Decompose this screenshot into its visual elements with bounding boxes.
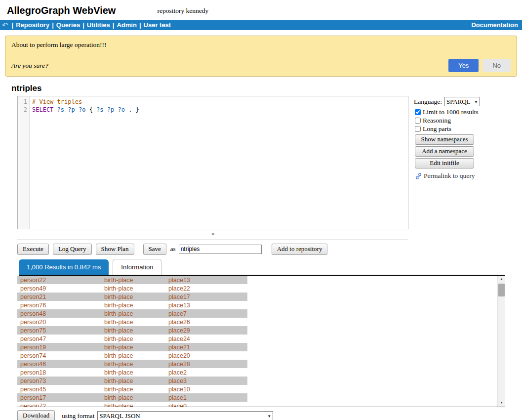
table-cell[interactable]: birth-place	[101, 402, 165, 407]
table-cell[interactable]: person22	[17, 276, 101, 284]
table-cell[interactable]: person20	[17, 318, 101, 326]
checkbox-reasoning[interactable]	[415, 118, 421, 124]
table-cell[interactable]: place20	[165, 351, 247, 360]
table-cell[interactable]: place13	[165, 301, 247, 309]
table-cell[interactable]: birth-place	[101, 351, 165, 360]
table-cell[interactable]: person46	[17, 360, 101, 368]
execute-button[interactable]: Execute	[17, 244, 49, 255]
log-query-button[interactable]: Log Query	[53, 244, 92, 255]
table-cell[interactable]: place3	[165, 377, 247, 385]
table-cell[interactable]: place28	[165, 360, 247, 368]
option-reasoning[interactable]: Reasoning	[414, 116, 495, 125]
table-cell[interactable]: birth-place	[101, 309, 165, 318]
checkbox-limit-to-1000-results[interactable]	[415, 109, 421, 115]
table-cell[interactable]: person21	[17, 293, 101, 301]
table-cell[interactable]: birth-place	[101, 293, 165, 301]
table-cell[interactable]: birth-place	[101, 284, 165, 293]
table-cell[interactable]: birth-place	[101, 377, 165, 385]
nav-item-user-test[interactable]: User test	[144, 21, 171, 29]
code-line[interactable]: SELECT ?s ?p ?o { ?s ?p ?o . }	[32, 106, 408, 114]
save-name-input[interactable]	[179, 245, 262, 254]
checkbox-label: Reasoning	[423, 117, 451, 125]
table-cell[interactable]: birth-place	[101, 393, 165, 402]
table-cell[interactable]: person19	[17, 343, 101, 351]
language-row: Language: SPARQL ▼	[414, 97, 495, 106]
table-cell[interactable]: place26	[165, 318, 247, 326]
checkbox-long-parts[interactable]	[415, 126, 421, 132]
table-cell[interactable]: person45	[17, 385, 101, 393]
table-cell[interactable]: place7	[165, 309, 247, 318]
table-cell[interactable]: person17	[17, 393, 101, 402]
table-cell[interactable]: place1	[165, 393, 247, 402]
nav-separator: |	[12, 21, 14, 29]
tab-results[interactable]: 1,000 Results in 0.842 ms	[19, 259, 109, 275]
table-cell[interactable]: person18	[17, 368, 101, 377]
table-cell[interactable]: place0	[165, 402, 247, 407]
banner-buttons: Yes No	[448, 59, 511, 72]
option-long-parts[interactable]: Long parts	[414, 125, 495, 133]
table-cell[interactable]: birth-place	[101, 368, 165, 377]
table-cell[interactable]: place22	[165, 284, 247, 293]
table-cell[interactable]: place10	[165, 385, 247, 393]
table-cell[interactable]: birth-place	[101, 276, 165, 284]
table-cell[interactable]: birth-place	[101, 343, 165, 351]
download-button[interactable]: Download	[17, 410, 55, 420]
permalink-link[interactable]: Permalink to query	[415, 172, 495, 180]
scroll-down-icon[interactable]: ▼	[498, 399, 505, 407]
table-cell[interactable]: birth-place	[101, 301, 165, 309]
table-cell[interactable]: person49	[17, 284, 101, 293]
table-cell[interactable]: person48	[17, 309, 101, 318]
nav-item-documentation[interactable]: Documentation	[471, 21, 518, 29]
show-namespaces-button[interactable]: Show namespaces	[415, 134, 474, 145]
add-a-namespace-button[interactable]: Add a namespace	[415, 146, 474, 157]
table-cell[interactable]: person74	[17, 351, 101, 360]
add-to-repository-button[interactable]: Add to repository	[272, 244, 328, 255]
no-button[interactable]: No	[482, 59, 511, 72]
table-cell[interactable]: birth-place	[101, 385, 165, 393]
show-plan-button[interactable]: Show Plan	[96, 244, 134, 255]
option-limit-to-1000-results[interactable]: Limit to 1000 results	[414, 108, 495, 116]
table-cell[interactable]: place2	[165, 368, 247, 377]
table-cell[interactable]: birth-place	[101, 326, 165, 335]
edit-initfile-button[interactable]: Edit initfile	[415, 158, 474, 168]
table-row: person19birth-placeplace21	[17, 343, 247, 351]
table-row: person74birth-placeplace20	[17, 351, 247, 360]
token-variable: ?o	[118, 106, 124, 113]
table-cell[interactable]: place21	[165, 343, 247, 351]
table-cell[interactable]: birth-place	[101, 360, 165, 368]
language-select[interactable]: SPARQL	[444, 97, 480, 106]
save-button[interactable]: Save	[143, 244, 166, 255]
tab-information[interactable]: Information	[113, 259, 161, 275]
repository-label: repository kennedy	[157, 7, 208, 15]
nav-item-repository[interactable]: Repository	[16, 21, 49, 29]
table-cell[interactable]: place17	[165, 293, 247, 301]
table-cell[interactable]: birth-place	[101, 318, 165, 326]
nav-item-admin[interactable]: Admin	[117, 21, 136, 29]
nav-item-queries[interactable]: Queries	[56, 21, 80, 29]
format-select[interactable]: SPARQL JSON	[97, 411, 273, 420]
page: AllegroGraph WebView repository kennedy …	[0, 0, 522, 420]
table-row: person72birth-placeplace0	[17, 402, 247, 407]
table-cell[interactable]: person73	[17, 377, 101, 385]
code-line[interactable]: # View triples	[32, 98, 408, 106]
table-cell[interactable]: person75	[17, 326, 101, 335]
nav-item-utilities[interactable]: Utilities	[87, 21, 110, 29]
table-cell[interactable]: person47	[17, 335, 101, 343]
yes-button[interactable]: Yes	[448, 59, 479, 72]
results-scrollbar[interactable]: ▲ ▼	[497, 276, 505, 407]
table-cell[interactable]: person72	[17, 402, 101, 407]
navbar: ↶ |Repository|Queries|Utilities|Admin|Us…	[0, 20, 522, 30]
scroll-up-icon[interactable]: ▲	[498, 276, 505, 283]
table-cell[interactable]: person76	[17, 301, 101, 309]
table-cell[interactable]: place29	[165, 326, 247, 335]
results-table-body: person22birth-placeplace13person49birth-…	[17, 276, 247, 407]
table-cell[interactable]: birth-place	[101, 335, 165, 343]
query-editor[interactable]: 12 # View triplesSELECT ?s ?p ?o { ?s ?p…	[17, 96, 408, 229]
editor-code[interactable]: # View triplesSELECT ?s ?p ?o { ?s ?p ?o…	[30, 96, 408, 229]
editor-resize-handle[interactable]: ≡	[17, 229, 408, 240]
scrollbar-thumb[interactable]	[498, 284, 505, 296]
back-arrow-icon[interactable]: ↶	[2, 21, 8, 29]
table-row: person73birth-placeplace3	[17, 377, 247, 385]
table-cell[interactable]: place13	[165, 276, 247, 284]
table-cell[interactable]: place24	[165, 335, 247, 343]
